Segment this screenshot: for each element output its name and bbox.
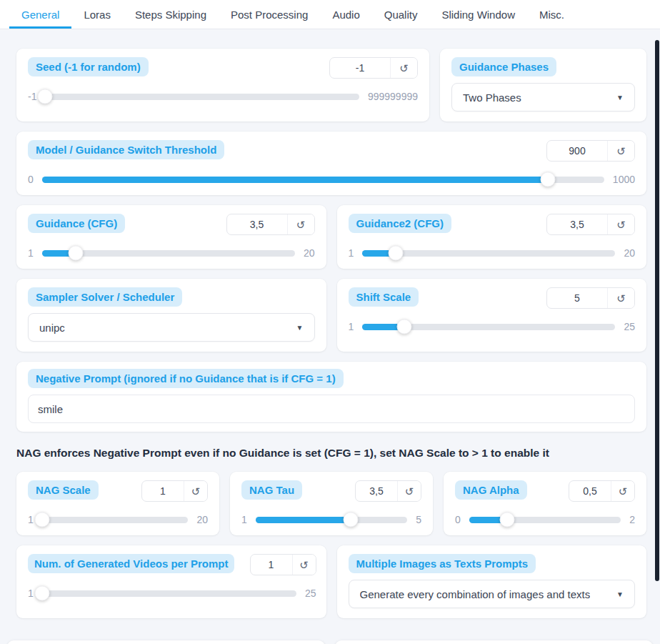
guidance-slider[interactable]	[42, 250, 295, 257]
tab-misc[interactable]: Misc.	[527, 0, 576, 29]
tab-quality[interactable]: Quality	[372, 0, 430, 29]
seed-reset-button[interactable]: ↺	[390, 58, 417, 78]
scrollbar-thumb[interactable]	[655, 40, 659, 581]
seed-input[interactable]	[330, 58, 390, 78]
reset-icon: ↺	[616, 146, 626, 157]
shift-scale-input-group: ↺	[546, 287, 635, 309]
num-videos-slider[interactable]	[42, 590, 296, 597]
shift-scale-input[interactable]	[547, 288, 607, 308]
num-videos-input[interactable]	[251, 555, 292, 575]
num-videos-label: Num. of Generated Videos per Prompt	[28, 554, 234, 573]
nag-tau-min-label: 1	[241, 514, 247, 525]
guidance-reset-button[interactable]: ↺	[287, 214, 314, 234]
guidance2-label: Guidance2 (CFG)	[349, 214, 452, 233]
num-videos-max-label: 25	[305, 588, 316, 599]
guidance2-slider-handle[interactable]	[389, 246, 404, 261]
nag-tau-max-label: 5	[416, 514, 421, 525]
tab-audio[interactable]: Audio	[320, 0, 371, 29]
nag-tau-reset-button[interactable]: ↺	[397, 481, 421, 501]
negative-prompt-label: Negative Prompt (ignored if no Guidance …	[28, 369, 344, 388]
nag-alpha-min-label: 0	[455, 514, 461, 525]
nag-alpha-reset-button[interactable]: ↺	[611, 481, 634, 501]
negative-prompt-card: Negative Prompt (ignored if no Guidance …	[16, 362, 646, 432]
nag-alpha-input[interactable]	[569, 481, 611, 501]
nag-scale-card: NAG Scale ↺ 1 20	[16, 472, 219, 535]
nag-tau-slider[interactable]	[256, 517, 407, 523]
tab-sliding-window[interactable]: Sliding Window	[429, 0, 527, 29]
tab-general[interactable]: General	[9, 0, 71, 29]
nag-alpha-slider[interactable]	[469, 517, 621, 523]
switch-threshold-slider-handle[interactable]	[541, 172, 556, 187]
reset-icon: ↺	[616, 219, 626, 230]
seed-input-group: ↺	[329, 57, 418, 79]
guidance-min-label: 1	[28, 247, 34, 259]
nag-scale-min-label: 1	[28, 514, 34, 525]
switch-threshold-reset-button[interactable]: ↺	[607, 141, 634, 161]
reset-icon: ↺	[399, 63, 409, 74]
num-videos-reset-button[interactable]: ↺	[292, 555, 316, 575]
seed-slider[interactable]	[45, 94, 359, 100]
nag-scale-reset-button[interactable]: ↺	[184, 481, 207, 501]
settings-content: Seed (-1 for random) ↺ -1 999999999	[0, 29, 660, 618]
nag-alpha-label: NAG Alpha	[455, 480, 527, 500]
num-videos-slider-handle[interactable]	[34, 586, 49, 601]
chevron-down-icon: ▼	[296, 324, 304, 332]
switch-threshold-slider[interactable]	[42, 177, 604, 183]
nag-scale-max-label: 20	[196, 514, 208, 525]
tab-loras[interactable]: Loras	[71, 0, 123, 29]
guidance2-reset-button[interactable]: ↺	[607, 214, 634, 234]
reset-icon: ↺	[296, 219, 306, 230]
multi-images-card: Multiple Images as Texts Prompts Generat…	[337, 545, 647, 618]
sampler-card: Sampler Solver / Scheduler unipc ▼	[16, 279, 326, 352]
nag-tau-card: NAG Tau ↺ 1 5	[230, 472, 433, 535]
guidance-max-label: 20	[304, 247, 315, 259]
reset-icon: ↺	[619, 486, 628, 497]
shift-scale-card: Shift Scale ↺ 1 25	[337, 279, 647, 352]
tab-post-processing[interactable]: Post Processing	[219, 0, 320, 29]
scrollbar-track[interactable]	[654, 29, 660, 644]
multi-images-dropdown[interactable]: Generate every combination of images and…	[349, 580, 636, 608]
reset-icon: ↺	[616, 293, 626, 304]
sampler-dropdown[interactable]: unipc ▼	[28, 313, 315, 342]
shift-scale-slider[interactable]	[362, 324, 615, 330]
guidance-input-group: ↺	[226, 214, 315, 235]
nag-scale-slider[interactable]	[42, 517, 189, 523]
nag-scale-input-group: ↺	[141, 480, 208, 502]
guidance2-slider[interactable]	[362, 250, 615, 257]
export-settings-button[interactable]: Export Settings to File	[335, 640, 653, 644]
seed-slider-handle[interactable]	[38, 89, 53, 104]
negative-prompt-input[interactable]	[36, 402, 626, 416]
num-videos-input-group: ↺	[250, 554, 316, 575]
set-default-button[interactable]: Set Settings as Default	[7, 640, 325, 644]
chevron-down-icon: ▼	[616, 94, 624, 101]
guidance2-min-label: 1	[349, 247, 354, 259]
guidance-card: Guidance (CFG) ↺ 1 20	[16, 205, 326, 269]
sampler-value: unipc	[39, 322, 65, 334]
guidance2-input[interactable]	[547, 214, 607, 234]
negative-prompt-box	[28, 395, 635, 423]
nag-tau-slider-handle[interactable]	[343, 512, 358, 527]
guidance-slider-handle[interactable]	[68, 246, 83, 261]
guidance-label: Guidance (CFG)	[28, 214, 125, 233]
guidance2-input-group: ↺	[546, 214, 635, 235]
nag-alpha-slider-handle[interactable]	[499, 512, 514, 527]
nag-tau-input-group: ↺	[355, 480, 421, 502]
shift-scale-reset-button[interactable]: ↺	[607, 288, 634, 308]
tab-steps-skipping[interactable]: Steps Skipping	[123, 0, 219, 29]
nag-tau-input[interactable]	[356, 481, 397, 501]
shift-scale-slider-handle[interactable]	[397, 319, 412, 335]
nag-scale-slider-handle[interactable]	[34, 512, 49, 527]
shift-scale-max-label: 25	[624, 321, 635, 332]
guidance2-max-label: 20	[624, 247, 635, 259]
guidance-phases-dropdown[interactable]: Two Phases ▼	[451, 83, 635, 112]
shift-scale-label: Shift Scale	[349, 287, 419, 307]
guidance-input[interactable]	[227, 214, 287, 234]
shift-scale-min-label: 1	[349, 321, 354, 332]
num-videos-min-label: 1	[28, 588, 34, 599]
guidance-phases-label: Guidance Phases	[451, 57, 556, 76]
seed-card: Seed (-1 for random) ↺ -1 999999999	[16, 49, 429, 122]
nag-scale-input[interactable]	[142, 481, 184, 501]
nag-scale-label: NAG Scale	[28, 480, 99, 500]
bottom-button-row: Set Settings as Default Export Settings …	[7, 640, 653, 644]
switch-threshold-input[interactable]	[547, 141, 607, 161]
